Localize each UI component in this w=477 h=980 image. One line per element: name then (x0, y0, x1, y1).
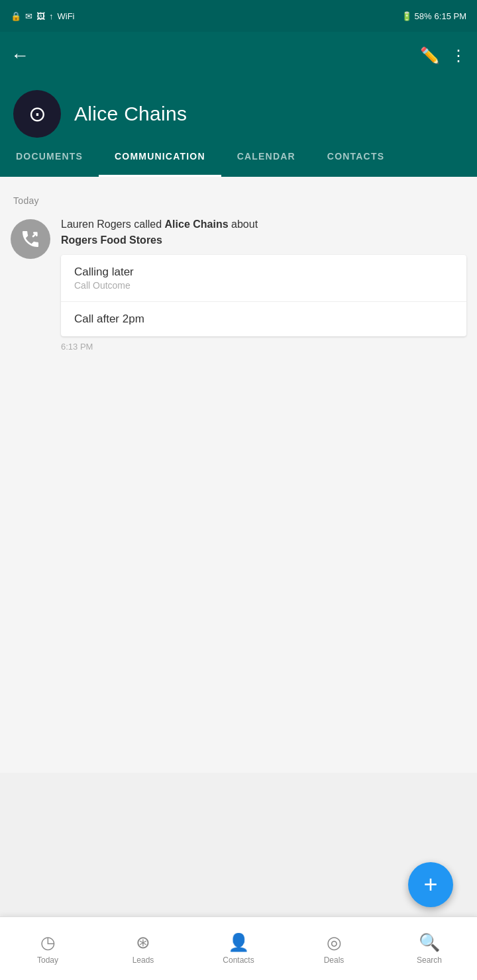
leads-icon: ⊛ (136, 932, 150, 953)
more-options-button[interactable]: ⋮ (450, 46, 466, 65)
phone-outgoing-icon (20, 228, 41, 250)
status-right: 🔋 58% 6:15 PM (401, 11, 466, 21)
tab-calendar[interactable]: CALENDAR (221, 138, 311, 177)
nav-label-search: Search (417, 956, 442, 965)
status-left: 🔒 ✉ 🖼 ↑ WiFi (11, 11, 75, 21)
nav-item-leads[interactable]: ⊛ Leads (95, 917, 191, 980)
image-icon: 🖼 (36, 11, 45, 21)
edit-icon: ✏️ (420, 46, 440, 64)
upload-icon: ↑ (49, 11, 54, 21)
back-button[interactable]: ← (11, 45, 29, 66)
comm-details: Lauren Rogers called Alice Chains about … (61, 217, 466, 352)
app-bar-left: ← (11, 45, 29, 66)
profile-name: Alice Chains (74, 103, 187, 125)
lock-icon: 🔒 (11, 11, 21, 21)
caller-name: Lauren Rogers (61, 219, 131, 230)
add-button[interactable]: + (408, 862, 453, 907)
nav-item-contacts[interactable]: 👤 Contacts (191, 917, 286, 980)
profile-header: ⊙ Alice Chains (0, 79, 477, 138)
tabs-container: DOCUMENTS COMMUNICATION CALENDAR CONTACT… (0, 138, 477, 177)
section-label: Today (0, 190, 477, 217)
back-icon: ← (11, 45, 29, 66)
today-icon: ◷ (40, 932, 56, 953)
bottom-nav: ◷ Today ⊛ Leads 👤 Contacts ◎ Deals 🔍 Sea… (0, 916, 477, 980)
search-icon: 🔍 (419, 932, 440, 953)
nav-label-today: Today (37, 956, 58, 965)
main-content: Today Lauren Rogers called Alice Chains … (0, 177, 477, 773)
avatar-icon: ⊙ (28, 101, 46, 126)
comm-timestamp: 6:13 PM (61, 342, 466, 352)
call-note-text: Call after 2pm (74, 313, 453, 326)
communication-item: Lauren Rogers called Alice Chains about … (0, 217, 477, 352)
outcome-card: Calling later Call Outcome Call after 2p… (61, 255, 466, 336)
company-name: Rogers Food Stores (61, 234, 162, 246)
add-icon: + (423, 871, 437, 899)
outcome-calling-later: Calling later Call Outcome (61, 255, 466, 302)
call-avatar (11, 219, 50, 259)
mail-icon: ✉ (25, 11, 32, 21)
outcome-subtitle: Call Outcome (74, 280, 453, 291)
avatar: ⊙ (13, 90, 61, 138)
tab-communication[interactable]: COMMUNICATION (99, 138, 221, 177)
nav-item-search[interactable]: 🔍 Search (382, 917, 477, 980)
contacts-icon: 👤 (228, 932, 249, 953)
more-icon: ⋮ (450, 46, 466, 64)
deals-icon: ◎ (327, 932, 342, 953)
nav-label-contacts: Contacts (223, 956, 254, 965)
battery-level: 58% (415, 11, 432, 21)
wifi-icon: WiFi (58, 11, 75, 21)
tab-contacts[interactable]: CONTACTS (311, 138, 400, 177)
tab-documents[interactable]: DOCUMENTS (0, 138, 99, 177)
time-display: 6:15 PM (435, 11, 466, 21)
contact-name: Alice Chains (165, 219, 229, 230)
nav-label-leads: Leads (132, 956, 154, 965)
app-bar-right: ✏️ ⋮ (420, 46, 466, 65)
edit-button[interactable]: ✏️ (420, 46, 440, 65)
nav-label-deals: Deals (324, 956, 344, 965)
nav-item-today[interactable]: ◷ Today (0, 917, 95, 980)
outcome-call-note: Call after 2pm (61, 302, 466, 336)
app-bar: ← ✏️ ⋮ (0, 32, 477, 79)
outcome-title: Calling later (74, 266, 453, 279)
comm-text: Lauren Rogers called Alice Chains about … (61, 217, 466, 248)
status-bar: 🔒 ✉ 🖼 ↑ WiFi 🔋 58% 6:15 PM (0, 0, 477, 32)
battery-icon: 🔋 (401, 11, 412, 21)
nav-item-deals[interactable]: ◎ Deals (286, 917, 382, 980)
